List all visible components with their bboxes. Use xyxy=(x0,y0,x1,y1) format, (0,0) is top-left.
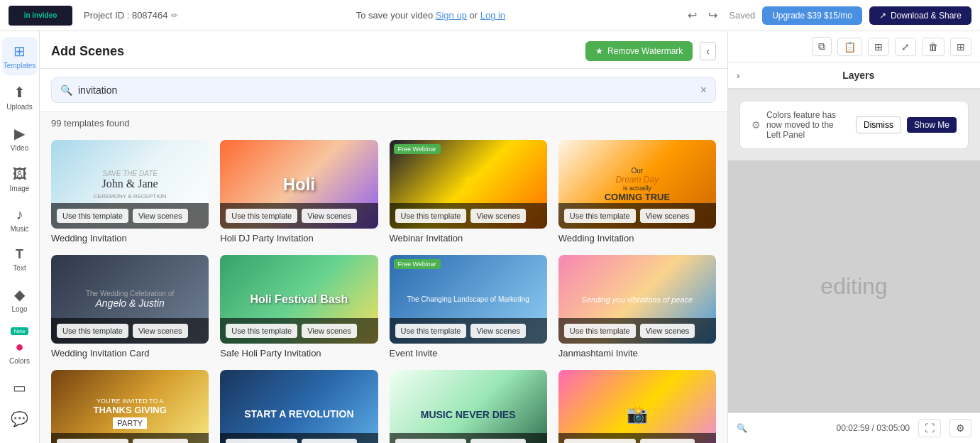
template-card: SAVE THE DATE John & Jane CEREMONY & REC… xyxy=(51,140,209,244)
use-template-button[interactable]: Use this template xyxy=(395,324,467,338)
edit-project-icon[interactable]: ✏ xyxy=(171,11,178,21)
undo-button[interactable]: ↩ xyxy=(683,6,701,25)
use-template-button[interactable]: Use this template xyxy=(564,209,636,223)
right-area: ⧉ 📋 ⊞ ⤢ 🗑 ⊞ › Layers ⚙ Colors feature ha… xyxy=(728,31,980,443)
resize-icon-button[interactable]: ⤢ xyxy=(895,38,916,56)
sidebar-item-text[interactable]: T Text xyxy=(2,241,38,278)
template-thumbnail[interactable]: Free Webinar The Changing Landscape of M… xyxy=(390,255,547,344)
template-thumbnail[interactable]: The Wedding Celebration of Angelo & Just… xyxy=(51,255,209,344)
template-overlay: Use this template View scenes xyxy=(220,203,378,229)
view-scenes-button[interactable]: View scenes xyxy=(470,439,526,443)
crop-icon-button[interactable]: ⊞ xyxy=(868,38,889,56)
signup-link[interactable]: Sign up xyxy=(436,10,467,21)
grid-icon-button[interactable]: ⊞ xyxy=(950,38,971,56)
remove-watermark-button[interactable]: ★ Remove Watermark xyxy=(585,41,693,61)
view-scenes-button[interactable]: View scenes xyxy=(133,209,188,223)
video-icon: ▶ xyxy=(14,125,25,142)
download-button[interactable]: ↗ Download & Share xyxy=(869,6,971,25)
template-thumbnail[interactable]: Sending you vibrations of peace Use this… xyxy=(558,255,716,344)
view-scenes-button[interactable]: View scenes xyxy=(640,324,695,338)
template-name: Janmashtami Invite xyxy=(558,348,716,359)
project-id-text: Project ID : 8087464 xyxy=(84,10,168,21)
view-scenes-button[interactable]: View scenes xyxy=(640,439,695,443)
use-template-button[interactable]: Use this template xyxy=(395,209,467,223)
template-thumbnail[interactable]: MUSIC NEVER DIES Use this template View … xyxy=(390,370,547,443)
login-link[interactable]: Log in xyxy=(480,10,505,21)
use-template-button[interactable]: Use this template xyxy=(226,209,297,223)
upgrade-button[interactable]: Upgrade $39 $15/mo xyxy=(762,6,862,25)
logo-icon: ◆ xyxy=(14,286,25,303)
view-scenes-button[interactable]: View scenes xyxy=(302,324,357,338)
view-scenes-button[interactable]: View scenes xyxy=(133,439,188,443)
use-template-button[interactable]: Use this template xyxy=(564,439,636,443)
use-template-button[interactable]: Use this template xyxy=(57,209,128,223)
layers-title: Layers xyxy=(745,70,971,81)
redo-button[interactable]: ↪ xyxy=(704,6,722,25)
collapse-panel-button[interactable]: ‹ xyxy=(700,42,716,60)
view-scenes-button[interactable]: View scenes xyxy=(470,324,526,338)
template-thumbnail[interactable]: 📸 Use this template View scenes xyxy=(558,370,716,443)
view-scenes-button[interactable]: View scenes xyxy=(302,439,357,443)
template-name: Holi DJ Party Invitation xyxy=(220,233,378,244)
sidebar-item-music[interactable]: ♪ Music xyxy=(2,201,38,239)
sidebar-item-image[interactable]: 🖼 Image xyxy=(2,160,38,198)
use-template-button[interactable]: Use this template xyxy=(564,324,636,338)
sidebar-item-logo[interactable]: ◆ Logo xyxy=(2,280,38,319)
template-thumbnail[interactable]: SAVE THE DATE John & Jane CEREMONY & REC… xyxy=(51,140,209,229)
left-sidebar: ⊞ Templates ⬆ Uploads ▶ Video 🖼 Image ♪ … xyxy=(0,31,40,443)
use-template-button[interactable]: Use this template xyxy=(57,324,128,338)
template-overlay: Use this template View scenes xyxy=(390,318,547,344)
copy-icon-button[interactable]: ⧉ xyxy=(812,37,832,56)
main-layout: ⊞ Templates ⬆ Uploads ▶ Video 🖼 Image ♪ … xyxy=(0,31,980,443)
dismiss-button[interactable]: Dismiss xyxy=(856,116,901,133)
sidebar-item-scenes[interactable]: ▭ xyxy=(2,373,38,402)
use-template-button[interactable]: Use this template xyxy=(395,439,467,443)
colors-notice: ⚙ Colors feature has now moved to the Le… xyxy=(739,101,969,149)
use-template-button[interactable]: Use this template xyxy=(226,324,297,338)
template-card: Free Webinar The Changing Landscape of M… xyxy=(390,255,547,359)
fullscreen-button[interactable]: ⛶ xyxy=(918,419,941,437)
template-thumbnail[interactable]: Holi Use this template View scenes xyxy=(220,140,378,229)
use-template-button[interactable]: Use this template xyxy=(226,439,297,443)
clear-search-button[interactable]: × xyxy=(700,84,707,97)
add-scenes-panel: Add Scenes ★ Remove Watermark ‹ 🔍 × 99 t… xyxy=(40,31,728,443)
settings-button[interactable]: ⚙ xyxy=(949,419,971,437)
top-bar: in invideo Project ID : 8087464 ✏ To sav… xyxy=(0,0,980,31)
use-template-button[interactable]: Use this template xyxy=(57,439,128,443)
uploads-icon: ⬆ xyxy=(13,84,26,101)
sidebar-item-uploads[interactable]: ⬆ Uploads xyxy=(2,78,38,116)
delete-icon-button[interactable]: 🗑 xyxy=(922,38,945,56)
search-input[interactable] xyxy=(78,84,695,96)
template-name: Wedding Invitation xyxy=(51,233,209,244)
view-scenes-button[interactable]: View scenes xyxy=(470,209,526,223)
sidebar-item-colors[interactable]: New ● Colors xyxy=(2,322,38,371)
template-card: Our Dream Day is actually COMING TRUE Us… xyxy=(558,140,716,244)
show-me-button[interactable]: Show Me xyxy=(907,117,957,133)
template-overlay: Use this template View scenes xyxy=(220,318,378,344)
layers-collapse-button[interactable]: › xyxy=(737,70,739,81)
view-scenes-button[interactable]: View scenes xyxy=(302,209,357,223)
search-box: 🔍 × xyxy=(51,77,716,103)
template-overlay: Use this template View scenes xyxy=(51,318,209,344)
template-thumbnail[interactable]: Holi Festival Bash Use this template Vie… xyxy=(220,255,378,344)
text-icon: T xyxy=(16,247,23,262)
template-thumbnail[interactable]: Free Webinar ★ ROI Use this template Vie… xyxy=(390,140,547,229)
sidebar-item-chat[interactable]: 💬 xyxy=(2,405,38,433)
scenes-icon: ▭ xyxy=(13,379,26,396)
star-icon: ★ xyxy=(595,46,603,56)
view-scenes-button[interactable]: View scenes xyxy=(640,209,695,223)
template-thumbnail[interactable]: YOU'RE INVITED TO A THANKS GIVING PARTY … xyxy=(51,370,209,443)
view-scenes-button[interactable]: View scenes xyxy=(133,324,188,338)
sidebar-item-video[interactable]: ▶ Video xyxy=(2,119,38,158)
editing-placeholder: editing xyxy=(820,273,887,300)
top-bar-right: ↩ ↪ Saved Upgrade $39 $15/mo ↗ Download … xyxy=(683,6,971,25)
save-message: To save your video Sign up or Log in xyxy=(356,10,505,21)
layers-panel: › Layers xyxy=(728,62,980,89)
sidebar-item-templates[interactable]: ⊞ Templates xyxy=(2,37,38,75)
template-overlay: Use this template View scenes xyxy=(390,203,547,229)
paste-icon-button[interactable]: 📋 xyxy=(837,38,862,56)
template-thumbnail[interactable]: Our Dream Day is actually COMING TRUE Us… xyxy=(558,140,716,229)
template-thumbnail[interactable]: START A REVOLUTION Use this template Vie… xyxy=(220,370,378,443)
right-top-bar: ⧉ 📋 ⊞ ⤢ 🗑 ⊞ xyxy=(728,31,980,62)
template-name: Wedding Invitation Card xyxy=(51,348,209,359)
